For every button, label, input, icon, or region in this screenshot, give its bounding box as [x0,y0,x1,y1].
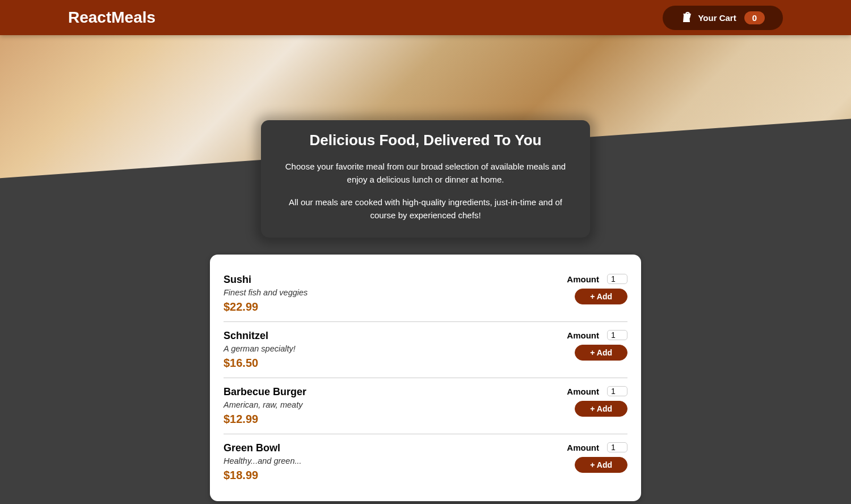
cart-count-badge: 0 [744,11,765,24]
summary-card: Delicious Food, Delivered To You Choose … [261,120,590,238]
app-title: ReactMeals [68,9,155,27]
meal-description: Finest fish and veggies [224,288,307,297]
amount-label: Amount [567,274,599,284]
meal-description: A german specialty! [224,344,296,353]
cart-icon [681,12,692,23]
meal-info: Green Bowl Healthy...and green... $18.99 [224,442,302,482]
header: ReactMeals Your Cart 0 [0,0,851,35]
meal-form: Amount + Add [567,442,627,482]
meal-item: Green Bowl Healthy...and green... $18.99… [224,434,627,490]
meal-name: Green Bowl [224,442,302,454]
meal-info: Barbecue Burger American, raw, meaty $12… [224,386,306,426]
meal-info: Schnitzel A german specialty! $16.50 [224,330,296,370]
amount-label: Amount [567,387,599,396]
summary-text-1: Choose your favorite meal from our broad… [278,160,573,186]
amount-row: Amount [567,330,627,340]
meal-name: Sushi [224,274,307,286]
meal-price: $16.50 [224,357,296,370]
meal-description: American, raw, meaty [224,400,306,409]
add-button[interactable]: + Add [575,289,627,304]
amount-label: Amount [567,443,599,452]
meal-name: Schnitzel [224,330,296,342]
add-button[interactable]: + Add [575,457,627,473]
amount-input[interactable] [607,442,627,452]
meal-price: $12.99 [224,413,306,426]
meal-price: $18.99 [224,469,302,482]
meal-price: $22.99 [224,300,307,314]
cart-label: Your Cart [698,13,736,23]
amount-input[interactable] [607,386,627,396]
meal-description: Healthy...and green... [224,456,302,465]
meal-item: Barbecue Burger American, raw, meaty $12… [224,378,627,434]
amount-input[interactable] [607,330,627,340]
meals-list: Sushi Finest fish and veggies $22.99 Amo… [224,266,627,490]
amount-row: Amount [567,386,627,396]
summary-text-2: All our meals are cooked with high-quali… [278,196,573,222]
meal-form: Amount + Add [567,330,627,370]
amount-label: Amount [567,331,599,340]
meal-item: Schnitzel A german specialty! $16.50 Amo… [224,322,627,378]
add-button[interactable]: + Add [575,345,627,361]
amount-row: Amount [567,442,627,452]
amount-row: Amount [567,274,627,284]
cart-button[interactable]: Your Cart 0 [663,6,783,30]
meal-name: Barbecue Burger [224,386,306,398]
meal-item: Sushi Finest fish and veggies $22.99 Amo… [224,266,627,322]
add-button[interactable]: + Add [575,401,627,417]
summary-heading: Delicious Food, Delivered To You [278,132,573,149]
meal-form: Amount + Add [567,386,627,426]
meal-form: Amount + Add [567,274,627,314]
amount-input[interactable] [607,274,627,284]
meals-card: Sushi Finest fish and veggies $22.99 Amo… [210,255,641,501]
meal-info: Sushi Finest fish and veggies $22.99 [224,274,307,314]
